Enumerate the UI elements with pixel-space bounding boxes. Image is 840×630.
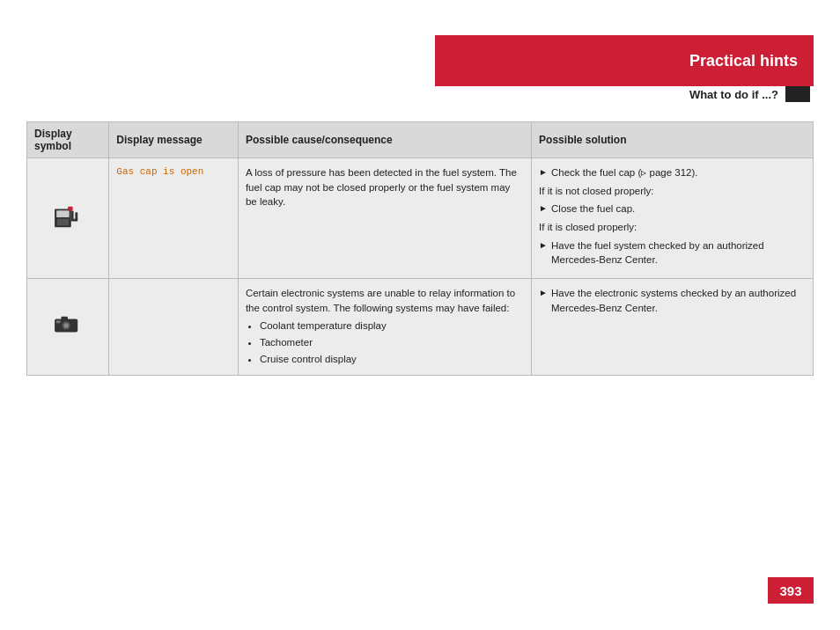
table-row: Certain electronic systems are unable to…: [27, 279, 814, 376]
col-message: Display message: [109, 122, 239, 158]
header-banner: Practical hints: [435, 35, 814, 86]
solution-item: ► Check the fuel cap (▹ page 312).: [539, 165, 806, 180]
list-item: Tachometer: [260, 335, 524, 350]
solution-plain: If it is not closed properly:: [539, 184, 806, 199]
cause-cell-1: A loss of pressure has been detected in …: [238, 158, 531, 279]
page-number: 393: [768, 577, 814, 604]
subtitle-text: What to do if ...?: [689, 88, 778, 101]
hints-table: Display symbol Display message Possible …: [26, 121, 814, 376]
svg-rect-4: [76, 212, 78, 220]
arrow-icon: ►: [539, 287, 548, 300]
symbol-cell-camera: [27, 279, 109, 376]
cause-cell-2: Certain electronic systems are unable to…: [238, 279, 531, 376]
svg-rect-12: [62, 317, 68, 320]
svg-rect-7: [68, 206, 73, 210]
solution-text: Check the fuel cap (▹ page 312).: [551, 165, 697, 180]
symbol-cell-fuel: [27, 158, 109, 279]
message-cell-2: [109, 279, 239, 376]
subheader-bar: What to do if ...?: [435, 86, 814, 102]
solution-text: Close the fuel cap.: [551, 201, 635, 216]
solution-cell-1: ► Check the fuel cap (▹ page 312). If it…: [532, 158, 814, 279]
col-solution: Possible solution: [532, 122, 814, 158]
svg-rect-6: [57, 210, 69, 216]
page-title: Practical hints: [689, 52, 798, 70]
fuel-icon: [53, 204, 83, 229]
svg-rect-11: [56, 321, 61, 324]
solution-text: Have the fuel system checked by an autho…: [551, 238, 806, 267]
solution-cell-2: ► Have the electronic systems checked by…: [532, 279, 814, 376]
cause-intro: Certain electronic systems are unable to…: [246, 286, 524, 315]
solution-item: ► Have the fuel system checked by an aut…: [539, 238, 806, 267]
svg-point-10: [63, 324, 69, 329]
message-cell-1: Gas cap is open: [109, 158, 239, 279]
col-cause: Possible cause/consequence: [238, 122, 531, 158]
table-row: Gas cap is open A loss of pressure has b…: [27, 158, 814, 279]
arrow-icon: ►: [539, 166, 548, 179]
main-content: Display symbol Display message Possible …: [26, 121, 814, 376]
cause-bullet-list: Coolant temperature display Tachometer C…: [260, 319, 524, 366]
col-symbol: Display symbol: [27, 122, 109, 158]
arrow-icon: ►: [539, 239, 548, 253]
arrow-icon: ►: [539, 202, 548, 216]
cause-text-1: A loss of pressure has been detected in …: [246, 167, 517, 207]
page-number-text: 393: [779, 583, 801, 598]
solution-plain: If it is closed properly:: [539, 220, 806, 235]
message-text-1: Gas cap is open: [116, 166, 203, 177]
camera-icon: [53, 312, 83, 337]
list-item: Cruise control display: [260, 352, 524, 367]
solution-text: Have the electronic systems checked by a…: [551, 286, 806, 315]
solution-item: ► Have the electronic systems checked by…: [539, 286, 806, 315]
subheader-block: [785, 86, 810, 102]
svg-rect-5: [57, 218, 69, 224]
list-item: Coolant temperature display: [260, 319, 524, 333]
solution-item: ► Close the fuel cap.: [539, 201, 806, 216]
